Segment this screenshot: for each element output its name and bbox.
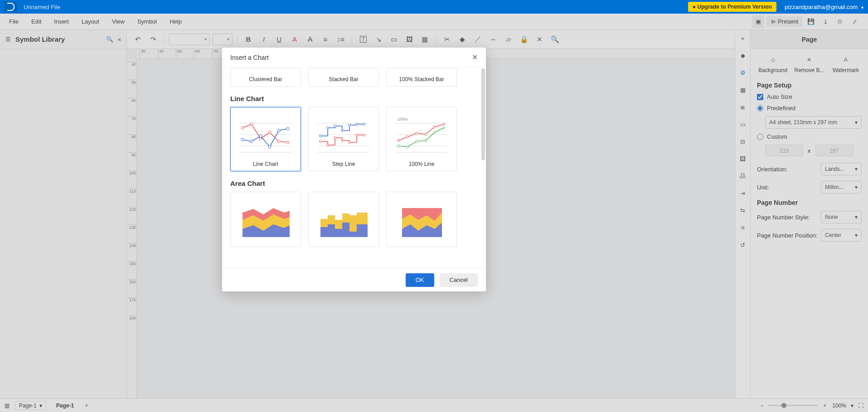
svg-point-32 bbox=[356, 123, 358, 126]
svg-point-15 bbox=[286, 127, 289, 130]
chart-option-line-chart[interactable]: Line Chart bbox=[230, 107, 301, 171]
svg-point-43 bbox=[443, 123, 445, 126]
svg-point-11 bbox=[250, 140, 253, 143]
chart-option-label: 100% Stacked Bar bbox=[387, 76, 456, 82]
svg-point-31 bbox=[349, 124, 351, 126]
svg-point-41 bbox=[425, 133, 427, 136]
chart-option-100-stacked-bar[interactable]: 100% Stacked Bar bbox=[386, 68, 457, 87]
step-area-thumbnail bbox=[312, 196, 375, 243]
file-name[interactable]: Unnamed File bbox=[24, 4, 60, 10]
chart-option-100-area[interactable] bbox=[386, 192, 457, 247]
svg-point-39 bbox=[407, 136, 409, 138]
chart-option-label: Clustered Bar bbox=[231, 76, 301, 82]
dialog-title: Insert a Chart bbox=[230, 54, 269, 61]
svg-point-10 bbox=[241, 138, 244, 141]
user-email-label: pizzandparatha@gmail.com bbox=[785, 4, 858, 10]
100-line-thumbnail: 100% bbox=[390, 111, 453, 158]
100-area-thumbnail bbox=[390, 196, 453, 243]
svg-point-40 bbox=[416, 132, 418, 135]
chart-option-step-area[interactable] bbox=[308, 192, 379, 247]
svg-point-45 bbox=[407, 146, 409, 148]
svg-point-46 bbox=[416, 141, 418, 143]
svg-point-30 bbox=[341, 130, 344, 132]
svg-point-14 bbox=[277, 129, 280, 132]
svg-point-9 bbox=[286, 141, 289, 144]
svg-point-8 bbox=[277, 140, 280, 143]
svg-point-6 bbox=[259, 137, 262, 140]
svg-point-26 bbox=[363, 134, 365, 136]
svg-point-28 bbox=[327, 127, 329, 129]
chart-option-label: 100% Line bbox=[390, 161, 453, 167]
chart-option-step-line[interactable]: Step Line bbox=[308, 107, 379, 171]
upgrade-button[interactable]: Upgrade to Premium Version bbox=[688, 2, 776, 12]
chart-option-area[interactable] bbox=[230, 192, 301, 247]
pct-label: 100% bbox=[398, 117, 408, 121]
svg-point-12 bbox=[259, 135, 262, 137]
ok-button[interactable]: OK bbox=[406, 273, 434, 287]
chart-option-label: Step Line bbox=[312, 161, 375, 167]
svg-point-38 bbox=[398, 140, 400, 142]
step-line-thumbnail bbox=[312, 111, 375, 158]
chart-option-label: Stacked Bar bbox=[309, 76, 378, 82]
user-email[interactable]: pizzandparatha@gmail.com ▾ bbox=[785, 4, 863, 10]
line-chart-thumbnail bbox=[234, 111, 297, 158]
chart-option-clustered-bar[interactable]: Clustered Bar bbox=[230, 68, 301, 87]
line-chart-section-title: Line Chart bbox=[230, 95, 478, 102]
svg-point-25 bbox=[356, 134, 358, 136]
caret-down-icon: ▾ bbox=[861, 5, 863, 10]
svg-point-44 bbox=[398, 145, 400, 147]
close-icon[interactable]: ✕ bbox=[472, 53, 478, 62]
svg-point-42 bbox=[434, 126, 436, 128]
svg-point-20 bbox=[320, 141, 322, 143]
chart-option-stacked-bar[interactable]: Stacked Bar bbox=[308, 68, 379, 87]
cancel-button[interactable]: Cancel bbox=[440, 273, 478, 287]
svg-point-48 bbox=[434, 131, 436, 134]
insert-chart-dialog: Insert a Chart ✕ Clustered Bar Stacked B… bbox=[222, 48, 486, 291]
svg-point-29 bbox=[334, 125, 336, 127]
titlebar: Unnamed File Upgrade to Premium Version … bbox=[0, 0, 868, 14]
svg-point-47 bbox=[425, 140, 427, 142]
svg-point-24 bbox=[349, 141, 351, 144]
svg-point-27 bbox=[320, 135, 322, 137]
svg-point-5 bbox=[250, 123, 253, 126]
svg-point-7 bbox=[268, 131, 271, 134]
svg-point-22 bbox=[334, 137, 336, 139]
area-thumbnail bbox=[234, 196, 297, 243]
svg-point-21 bbox=[327, 144, 329, 146]
svg-point-4 bbox=[241, 126, 244, 129]
app-logo[interactable] bbox=[5, 1, 17, 12]
svg-point-23 bbox=[341, 140, 344, 142]
chart-option-100-line[interactable]: 100% 100% Line bbox=[386, 107, 457, 171]
chart-option-label: Line Chart bbox=[234, 161, 297, 167]
svg-point-49 bbox=[443, 127, 445, 129]
scrollbar[interactable] bbox=[481, 68, 485, 160]
svg-point-13 bbox=[268, 145, 271, 148]
svg-point-33 bbox=[363, 123, 365, 126]
area-chart-section-title: Area Chart bbox=[230, 179, 478, 187]
